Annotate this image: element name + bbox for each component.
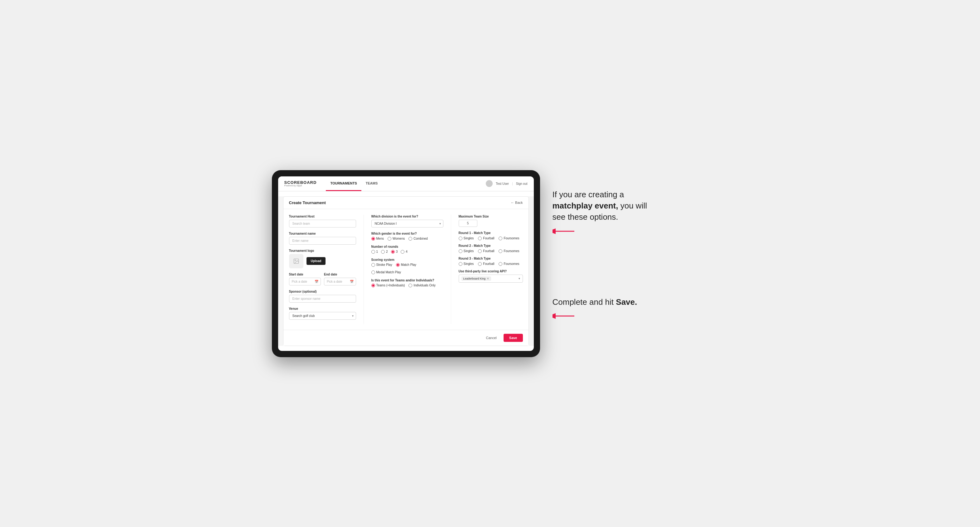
tournament-host-group: Tournament Host — [289, 215, 356, 227]
logo-upload-area: Upload — [289, 254, 356, 268]
round2-match-label: Round 2 - Match Type — [459, 244, 523, 248]
gender-combined[interactable]: Combined — [409, 237, 428, 241]
gender-label: Which gender is the event for? — [371, 232, 443, 235]
round2-singles[interactable]: Singles — [459, 249, 474, 253]
svg-point-1 — [295, 260, 296, 260]
scoring-stroke[interactable]: Stroke Play — [371, 263, 392, 267]
nav-tabs: TOURNAMENTS TEAMS — [326, 176, 382, 191]
tournament-logo-label: Tournament logo — [289, 249, 356, 252]
max-team-size-input[interactable]: 5 — [459, 220, 477, 227]
form-container: Create Tournament ← Back Tournament Host — [283, 196, 529, 346]
sign-out-link[interactable]: Sign out — [516, 182, 528, 186]
teams-label: Is this event for Teams and/or Individua… — [371, 279, 443, 282]
scoring-match[interactable]: Match Play — [396, 263, 416, 267]
round-1[interactable]: 1 — [371, 250, 378, 254]
annotation-save-text: Complete and hit Save. — [552, 296, 659, 308]
round2-foursomes[interactable]: Foursomes — [499, 249, 519, 253]
tournament-host-input[interactable] — [289, 220, 356, 227]
gender-womens[interactable]: Womens — [388, 237, 405, 241]
round-2[interactable]: 2 — [381, 250, 388, 254]
tablet-device: SCOREBOARD Powered by clippit TOURNAMENT… — [272, 170, 540, 357]
api-remove-icon[interactable]: ✕ — [487, 277, 489, 280]
tab-tournaments[interactable]: TOURNAMENTS — [326, 176, 361, 191]
upload-button[interactable]: Upload — [307, 257, 326, 265]
end-date-field: End date 📅 — [324, 273, 356, 286]
round1-singles[interactable]: Singles — [459, 237, 474, 240]
tournament-name-input[interactable] — [289, 237, 356, 244]
annotation-matchplay-text: If you are creating a matchplay event, y… — [552, 189, 659, 223]
main-content: Create Tournament ← Back Tournament Host — [278, 196, 534, 346]
round2-match-group: Round 2 - Match Type Singles Fourball — [459, 244, 523, 253]
api-section: Use third-party live scoring API? Leader… — [459, 270, 523, 283]
round3-foursomes[interactable]: Foursomes — [499, 262, 519, 266]
nav-logo: SCOREBOARD Powered by clippit — [284, 181, 317, 187]
round-3[interactable]: 3 — [391, 250, 398, 254]
annotation-matchplay: If you are creating a matchplay event, y… — [552, 189, 708, 237]
tournament-name-label: Tournament name — [289, 232, 356, 235]
chevron-down-icon: ▾ — [519, 277, 520, 280]
venue-select-wrapper: Search golf club — [289, 312, 356, 320]
annotations-panel: If you are creating a matchplay event, y… — [552, 170, 708, 322]
scoring-group: Scoring system Stroke Play Match Play — [371, 258, 443, 274]
sponsor-group: Sponsor (optional) — [289, 290, 356, 303]
cancel-button[interactable]: Cancel — [482, 334, 500, 342]
individuals-option[interactable]: Individuals Only — [409, 284, 436, 287]
round3-fourball[interactable]: Fourball — [478, 262, 494, 266]
save-button[interactable]: Save — [504, 334, 523, 342]
arrow-matchplay — [552, 227, 708, 237]
form-body: Tournament Host Tournament name Tourname… — [283, 209, 528, 330]
teams-option[interactable]: Teams (+Individuals) — [371, 284, 405, 287]
annotation-save: Complete and hit Save. — [552, 296, 708, 322]
end-date-label: End date — [324, 273, 356, 276]
form-right-column: Maximum Team Size 5 Round 1 - Match Type… — [451, 215, 523, 324]
calendar-icon: 📅 — [315, 280, 318, 283]
form-left-column: Tournament Host Tournament name Tourname… — [289, 215, 364, 324]
rounds-label: Number of rounds — [371, 245, 443, 248]
gender-group: Which gender is the event for? Mens Wome… — [371, 232, 443, 241]
max-team-size-group: Maximum Team Size 5 — [459, 215, 523, 227]
round1-match-group: Round 1 - Match Type Singles Fourball — [459, 231, 523, 240]
round1-options: Singles Fourball Foursomes — [459, 237, 523, 240]
api-value: Leaderboard King — [463, 277, 486, 280]
venue-select[interactable]: Search golf club — [289, 312, 356, 320]
sponsor-input[interactable] — [289, 295, 356, 303]
division-select-wrapper: NCAA Division I — [371, 220, 443, 227]
division-group: Which division is the event for? NCAA Di… — [371, 215, 443, 227]
teams-radio-group: Teams (+Individuals) Individuals Only — [371, 284, 443, 287]
max-team-size-label: Maximum Team Size — [459, 215, 523, 218]
scoring-label: Scoring system — [371, 258, 443, 262]
gender-radio-group: Mens Womens Combined — [371, 237, 443, 241]
venue-group: Venue Search golf club — [289, 307, 356, 320]
form-title: Create Tournament — [289, 200, 326, 205]
tournament-name-group: Tournament name — [289, 232, 356, 244]
division-select[interactable]: NCAA Division I — [371, 220, 443, 227]
tab-teams[interactable]: TEAMS — [361, 176, 382, 191]
round-4[interactable]: 4 — [401, 250, 407, 254]
rounds-group: Number of rounds 1 2 3 — [371, 245, 443, 254]
round3-match-label: Round 3 - Match Type — [459, 257, 523, 260]
sponsor-label: Sponsor (optional) — [289, 290, 356, 293]
form-footer: Cancel Save — [283, 330, 528, 346]
avatar — [486, 180, 493, 187]
back-button[interactable]: ← Back — [511, 201, 523, 205]
end-date-wrapper: 📅 — [324, 278, 356, 286]
start-date-field: Start date 📅 — [289, 273, 321, 286]
api-select-wrapper[interactable]: Leaderboard King ✕ ▾ — [459, 275, 523, 283]
tournament-logo-group: Tournament logo Upload — [289, 249, 356, 268]
scoring-radio-group: Stroke Play Match Play Medal Match Play — [371, 263, 443, 274]
api-tag: Leaderboard King ✕ — [461, 276, 492, 281]
form-header: Create Tournament ← Back — [283, 197, 528, 209]
rounds-radio-group: 1 2 3 4 — [371, 250, 443, 254]
round3-match-group: Round 3 - Match Type Singles Fourball — [459, 257, 523, 266]
round2-fourball[interactable]: Fourball — [478, 249, 494, 253]
round2-options: Singles Fourball Foursomes — [459, 249, 523, 253]
venue-label: Venue — [289, 307, 356, 310]
scoring-medal[interactable]: Medal Match Play — [371, 270, 401, 274]
nav-bar: SCOREBOARD Powered by clippit TOURNAMENT… — [278, 176, 534, 191]
calendar-icon-2: 📅 — [350, 280, 353, 283]
user-name: Test User — [496, 182, 509, 186]
round1-fourball[interactable]: Fourball — [478, 237, 494, 240]
round1-foursomes[interactable]: Foursomes — [499, 237, 519, 240]
gender-mens[interactable]: Mens — [371, 237, 384, 241]
round3-singles[interactable]: Singles — [459, 262, 474, 266]
